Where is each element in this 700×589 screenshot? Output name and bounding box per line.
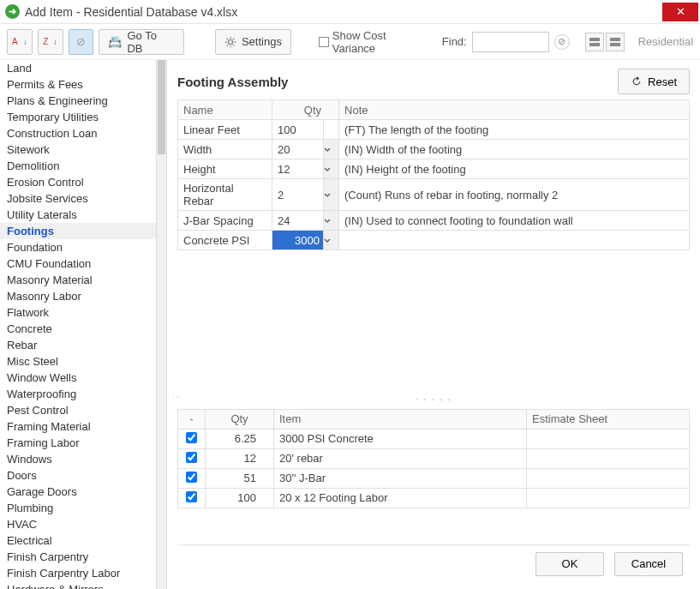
sidebar-item[interactable]: Finish Carpentry Labor [0, 565, 156, 581]
splitter[interactable]: ⋮ . . . . . [177, 387, 690, 409]
find-group: Find: ⊘ [442, 32, 570, 52]
row-est [527, 488, 690, 508]
param-qty[interactable]: 20 [272, 140, 324, 159]
view-list-button[interactable] [606, 33, 625, 51]
param-qty[interactable]: 100 [272, 120, 324, 140]
col-note[interactable]: Note [339, 100, 690, 120]
sidebar-item[interactable]: Demolition [0, 158, 156, 174]
category-sidebar: LandPermits & FeesPlans & EngineeringTem… [0, 60, 167, 589]
row-est [527, 429, 690, 448]
find-input[interactable] [472, 32, 549, 52]
col-item[interactable]: Item [274, 409, 527, 429]
sidebar-item[interactable]: Masonry Labor [0, 288, 156, 304]
assembly-row: Width20(IN) Width of the footing [178, 140, 690, 159]
assembly-title: Footing Assembly [177, 75, 618, 89]
sidebar-item[interactable]: Masonry Material [0, 272, 156, 288]
dropdown-button[interactable] [324, 159, 339, 179]
param-name: Horizontal Rebar [178, 179, 272, 211]
sidebar-item[interactable]: Concrete [0, 321, 156, 337]
app-icon: ➜ [5, 4, 20, 19]
param-qty[interactable]: 24 [272, 211, 324, 231]
sidebar-item[interactable]: Pest Control [0, 402, 156, 418]
sidebar-item[interactable]: Construction Loan [0, 125, 156, 141]
sidebar-item[interactable]: Utility Laterals [0, 207, 156, 223]
no-sort-button[interactable]: ⊘ [69, 29, 94, 55]
param-note: (IN) Width of the footing [339, 140, 690, 159]
result-row: 1220' rebar [178, 448, 690, 468]
param-note: (FT) The length of the footing [339, 120, 690, 140]
dropdown-button[interactable] [324, 231, 339, 250]
dropdown-button[interactable] [324, 211, 339, 231]
row-check[interactable] [186, 452, 197, 463]
row-item: 3000 PSI Concrete [274, 429, 527, 448]
sidebar-item[interactable]: Rebar [0, 337, 156, 353]
cost-variance-check[interactable]: Show Cost Variance [319, 29, 432, 55]
db-label: Residential [638, 35, 693, 48]
sidebar-item[interactable]: Sitework [0, 141, 156, 158]
find-clear-button[interactable]: ⊘ [554, 34, 570, 50]
sidebar-item[interactable]: Foundation [0, 239, 156, 255]
row-check[interactable] [186, 432, 197, 443]
settings-label: Settings [242, 35, 282, 48]
dropdown-button[interactable] [324, 179, 339, 211]
ok-button[interactable]: OK [535, 552, 604, 576]
sidebar-item[interactable]: Misc Steel [0, 353, 156, 370]
param-qty[interactable] [272, 231, 324, 250]
sidebar-item[interactable]: CMU Foundation [0, 255, 156, 272]
param-name: Linear Feet [178, 120, 272, 140]
settings-button[interactable]: Settings [215, 29, 291, 55]
param-name: Height [178, 159, 272, 179]
reset-button[interactable]: Reset [618, 69, 690, 94]
param-qty[interactable]: 12 [272, 159, 324, 179]
sort-asc-button[interactable]: A↓ [7, 29, 33, 55]
sidebar-item[interactable]: Plans & Engineering [0, 93, 156, 109]
param-qty[interactable]: 2 [272, 179, 324, 211]
close-button[interactable]: ✕ [662, 3, 698, 21]
col-name[interactable]: Name [178, 100, 272, 120]
row-qty: 12 [206, 448, 274, 468]
sidebar-item[interactable]: Plumbing [0, 500, 156, 516]
col-est[interactable]: Estimate Sheet [527, 409, 690, 429]
sidebar-item[interactable]: Land [0, 60, 156, 76]
sidebar-item[interactable]: Windows [0, 451, 156, 467]
col-check[interactable]: - [178, 409, 206, 429]
row-item: 20' rebar [274, 448, 527, 468]
sidebar-item[interactable]: Permits & Fees [0, 76, 156, 93]
sidebar-item[interactable]: HVAC [0, 516, 156, 532]
param-note: (Count) Runs of rebar in footing, normal… [339, 179, 690, 211]
svg-point-0 [228, 39, 232, 44]
sidebar-item[interactable]: Flatwork [0, 304, 156, 321]
sidebar-item[interactable]: Window Wells [0, 370, 156, 386]
toolbar: A↓ Z↓ ⊘ 📇 Go To DB Settings Show Cost Va… [0, 24, 700, 60]
sort-desc-button[interactable]: Z↓ [38, 29, 63, 55]
sidebar-item[interactable]: Erosion Control [0, 174, 156, 190]
cancel-button[interactable]: Cancel [614, 552, 683, 576]
sidebar-item[interactable]: Jobsite Services [0, 190, 156, 207]
sidebar-item[interactable]: Footings [0, 223, 156, 239]
sidebar-item[interactable]: Framing Material [0, 418, 156, 435]
scrollbar-thumb[interactable] [158, 60, 165, 154]
col-rqty[interactable]: Qty [206, 409, 274, 429]
sidebar-item[interactable]: Doors [0, 467, 156, 484]
col-qty[interactable]: Qty [272, 100, 339, 120]
param-name: Width [178, 140, 272, 159]
row-check[interactable] [186, 472, 197, 483]
view-grid-button[interactable] [585, 33, 604, 51]
goto-db-button[interactable]: 📇 Go To DB [99, 29, 184, 55]
row-check[interactable] [186, 491, 197, 502]
window-title: Add Item - Residential Database v4.xlsx [25, 5, 662, 19]
param-name: Concrete PSI [178, 231, 272, 250]
checkbox-icon [319, 37, 329, 47]
dropdown-button[interactable] [324, 140, 339, 159]
sidebar-item[interactable]: Temporary Utilities [0, 109, 156, 125]
sidebar-item[interactable]: Waterproofing [0, 386, 156, 402]
sidebar-scrollbar[interactable] [156, 60, 166, 589]
sidebar-item[interactable]: Hardware & Mirrors [0, 581, 156, 589]
qty-input[interactable] [272, 231, 323, 249]
dialog-footer: OK Cancel [177, 544, 690, 582]
row-qty: 6.25 [206, 429, 274, 448]
sidebar-item[interactable]: Garage Doors [0, 484, 156, 500]
sidebar-item[interactable]: Electrical [0, 532, 156, 549]
sidebar-item[interactable]: Finish Carpentry [0, 549, 156, 565]
sidebar-item[interactable]: Framing Labor [0, 435, 156, 451]
